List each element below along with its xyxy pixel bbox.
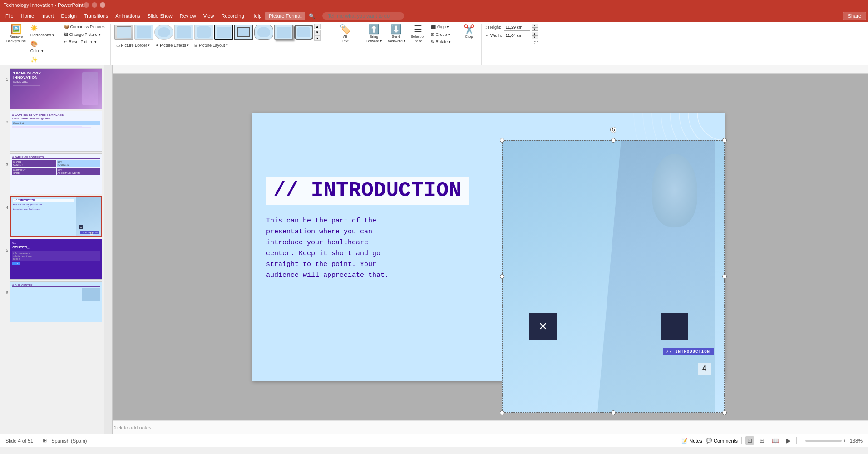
height-down[interactable]: ▼ xyxy=(532,27,538,31)
pic-style-9[interactable] xyxy=(274,25,293,40)
menu-slideshow[interactable]: Slide Show xyxy=(144,12,176,20)
notes-area[interactable]: Click to add notes xyxy=(104,420,868,434)
notes-placeholder: Click to add notes xyxy=(112,425,151,430)
window-controls xyxy=(84,2,105,8)
slide-thumb-4[interactable]: // INTRODUCTION This can be the part of … xyxy=(10,196,102,237)
menu-transitions[interactable]: Transitions xyxy=(80,12,112,20)
pic-style-1[interactable] xyxy=(114,25,133,40)
slide-thumb-container-5[interactable]: 5 01 CENTER_ / You can enter asubtitle h… xyxy=(2,239,102,280)
zoom-out-button[interactable]: − xyxy=(800,438,803,444)
effects-icon: ✦ xyxy=(155,43,159,48)
slide2-content: // CONTENTS OF THIS TEMPLATE Don't delet… xyxy=(10,111,102,151)
slide-sorter-button[interactable]: ⊞ xyxy=(758,436,766,445)
notes-button[interactable]: 📝 Notes xyxy=(681,438,702,444)
handle-middle-right[interactable] xyxy=(722,274,727,279)
menu-view[interactable]: View xyxy=(200,12,218,20)
slide-thumb-container-6[interactable]: 6 // OUR CENTER xyxy=(2,281,102,322)
comments-button[interactable]: 💬 Comments xyxy=(706,438,738,444)
handle-top-right[interactable] xyxy=(722,138,727,143)
picture-layout-button[interactable]: ⊞ Picture Layout ▾ xyxy=(192,43,230,48)
menu-review[interactable]: Review xyxy=(176,12,200,20)
menu-file[interactable]: File xyxy=(2,12,17,20)
rotate-button[interactable]: ↻ Rotate ▾ xyxy=(429,39,453,45)
size-expand[interactable]: ⛶ xyxy=(534,41,538,45)
slide-thumb-5[interactable]: 01 CENTER_ / You can enter asubtitle her… xyxy=(10,239,102,280)
alt-text-button[interactable]: 🏷️ AltText xyxy=(337,24,353,44)
canvas-wrapper: // INTRODUCTION This can be the part of … xyxy=(104,65,868,434)
handle-bottom-center[interactable] xyxy=(611,410,616,415)
handle-top-center[interactable] xyxy=(611,138,616,143)
slide-thumb-container-2[interactable]: 2 // CONTENTS OF THIS TEMPLATE Don't del… xyxy=(2,111,102,152)
handle-bottom-left[interactable] xyxy=(500,410,504,415)
pic-style-6[interactable] xyxy=(214,25,233,40)
zoom-control: − + 138% xyxy=(800,438,863,444)
compress-pictures-button[interactable]: 📦 Compress Pictures xyxy=(62,24,107,30)
color-button[interactable]: 🎨 Color ▾ xyxy=(29,39,61,54)
zoom-in-button[interactable]: + xyxy=(843,438,846,444)
width-down[interactable]: ▼ xyxy=(532,35,538,39)
menu-help[interactable]: Help xyxy=(248,12,266,20)
handle-middle-left[interactable] xyxy=(500,274,504,279)
remove-background-button[interactable]: 🖼️ RemoveBackground xyxy=(5,24,28,44)
crop-content: ✂️ Crop xyxy=(461,24,477,70)
height-input[interactable] xyxy=(504,24,530,31)
pic-style-5[interactable] xyxy=(194,25,213,40)
slide-thumb-1[interactable]: TECHNOLOGYINNOVATION SLIDE ONE xyxy=(10,68,102,109)
normal-view-button[interactable]: ⊡ xyxy=(745,436,754,445)
slideshow-button[interactable]: ▶ xyxy=(784,436,793,445)
picture-effects-button[interactable]: ✦ Picture Effects ▾ xyxy=(153,43,191,48)
slide-num-1: 1 xyxy=(2,68,8,82)
picture-border-button[interactable]: ▭ Picture Border ▾ xyxy=(114,43,152,48)
handle-top-left[interactable] xyxy=(500,138,504,143)
slide-thumb-6[interactable]: // OUR CENTER xyxy=(10,281,102,322)
slide-thumb-container-1[interactable]: 1 TECHNOLOGYINNOVATION SLIDE ONE xyxy=(2,68,102,109)
selection-pane-button[interactable]: ☰ SelectionPane xyxy=(408,24,428,44)
align-button[interactable]: ⬛ Align ▾ xyxy=(429,24,453,30)
styles-scroll-up[interactable]: ▲ xyxy=(314,24,321,29)
maximize-button[interactable] xyxy=(92,2,97,8)
styles-scroll-down[interactable]: ▼ xyxy=(314,30,321,35)
menu-design[interactable]: Design xyxy=(58,12,80,20)
pic-style-3[interactable] xyxy=(154,25,173,40)
pic-style-7[interactable] xyxy=(234,25,253,40)
slide-thumb-3[interactable]: // TABLE OF CONTENTS 01 OURCENTER KEYNUM… xyxy=(10,153,102,194)
width-up[interactable]: ▲ xyxy=(532,32,538,35)
rotate-handle[interactable]: ↻ xyxy=(610,127,616,133)
group-button[interactable]: ⊞ Group ▾ xyxy=(429,31,453,38)
accessibility-content: 🏷️ AltText xyxy=(337,24,353,70)
reading-view-button[interactable]: 📖 xyxy=(770,436,781,445)
handle-bottom-right[interactable] xyxy=(722,410,727,415)
vertical-ruler xyxy=(104,65,113,434)
pic-style-2[interactable] xyxy=(134,25,153,40)
share-button[interactable]: Share xyxy=(843,12,866,20)
send-backward-button[interactable]: ⬇️ SendBackward ▾ xyxy=(385,24,407,44)
pic-style-10[interactable] xyxy=(294,25,313,40)
main-layout: 1 TECHNOLOGYINNOVATION SLIDE ONE xyxy=(0,65,868,434)
search-icon: 🔍 xyxy=(309,13,315,19)
height-up[interactable]: ▲ xyxy=(532,24,538,27)
slide3-content: // TABLE OF CONTENTS 01 OURCENTER KEYNUM… xyxy=(10,154,102,194)
image-selection[interactable]: ↻ xyxy=(502,140,725,413)
menu-picture-format[interactable]: Picture Format xyxy=(265,12,305,20)
search-input[interactable] xyxy=(322,12,404,20)
reset-picture-button[interactable]: ↩ Reset Picture ▾ xyxy=(62,39,107,45)
menu-recording[interactable]: Recording xyxy=(217,12,247,20)
menu-insert[interactable]: Insert xyxy=(38,12,58,20)
menu-home[interactable]: Home xyxy=(17,12,38,20)
pic-style-8[interactable] xyxy=(254,25,273,40)
slide-thumb-2[interactable]: // CONTENTS OF THIS TEMPLATE Don't delet… xyxy=(10,111,102,152)
pic-style-4[interactable] xyxy=(174,25,193,40)
slide-thumb-container-3[interactable]: 3 // TABLE OF CONTENTS 01 OURCENTER KEYN… xyxy=(2,153,102,194)
crop-button[interactable]: ✂️ Crop xyxy=(461,24,477,40)
close-button[interactable] xyxy=(100,2,105,8)
styles-expand[interactable]: ▾ xyxy=(314,35,321,41)
zoom-slider[interactable] xyxy=(805,440,842,442)
corrections-button[interactable]: ☀️ Corrections ▾ xyxy=(29,24,61,39)
slide-thumb-container-4[interactable]: 4 // INTRODUCTION This can be the part o… xyxy=(2,196,102,237)
menu-animations[interactable]: Animations xyxy=(112,12,143,20)
width-input[interactable] xyxy=(504,32,530,39)
language: Spanish (Spain) xyxy=(51,438,87,444)
minimize-button[interactable] xyxy=(84,2,89,8)
bring-forward-button[interactable]: ⬆️ BringForward ▾ xyxy=(364,24,384,44)
change-picture-button[interactable]: 🖼 Change Picture ▾ xyxy=(62,31,107,38)
